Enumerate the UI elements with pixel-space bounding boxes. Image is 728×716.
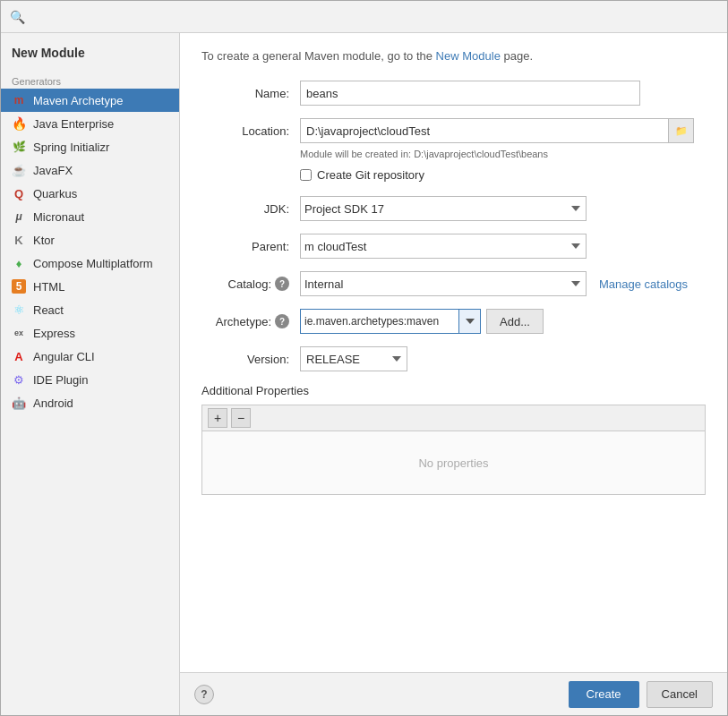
quarkus-icon: Q	[12, 186, 26, 200]
name-label: Name:	[201, 87, 300, 100]
sidebar-item-maven-archetype[interactable]: m Maven Archetype	[1, 89, 179, 112]
html-icon: 5	[12, 279, 26, 294]
location-input-wrap: 📁	[300, 118, 694, 143]
chevron-down-icon	[466, 319, 475, 324]
search-input[interactable]	[30, 10, 210, 23]
catalog-help-icon[interactable]: ?	[275, 277, 289, 291]
add-archetype-button[interactable]: Add...	[486, 309, 544, 334]
sidebar-item-react[interactable]: ⚛ React	[1, 298, 179, 321]
sidebar-item-compose-multiplatform[interactable]: ♦ Compose Multiplatform	[1, 251, 179, 275]
additional-properties-section: Additional Properties + − No properties	[201, 384, 706, 495]
jdk-label: JDK:	[201, 202, 300, 216]
sidebar-item-label: Java Enterprise	[33, 117, 114, 131]
archetype-label: Archetype: ?	[201, 314, 300, 328]
git-checkbox[interactable]	[300, 169, 312, 181]
manage-catalogs-link[interactable]: Manage catalogs	[599, 277, 688, 291]
git-label[interactable]: Create Git repository	[317, 168, 424, 182]
bottom-actions: Create Cancel	[569, 681, 714, 708]
right-panel: To create a general Maven module, go to …	[180, 33, 727, 715]
sidebar-item-label: Angular CLI	[33, 350, 95, 363]
create-button[interactable]: Create	[569, 681, 639, 708]
sidebar-item-label: JavaFX	[33, 164, 73, 177]
javafx-icon: ☕	[12, 163, 26, 177]
jdk-select[interactable]: Project SDK 17	[300, 196, 587, 221]
sidebar-item-quarkus[interactable]: Q Quarkus	[1, 182, 179, 205]
sidebar-item-express[interactable]: ex Express	[1, 321, 179, 345]
java-enterprise-icon: 🔥	[12, 116, 26, 131]
sidebar-item-micronaut[interactable]: μ Micronaut	[1, 205, 179, 228]
sidebar-item-label: Compose Multiplatform	[33, 257, 153, 270]
compose-icon: ♦	[12, 256, 26, 270]
spring-icon: 🌿	[12, 140, 26, 154]
new-module-link[interactable]: New Module	[436, 49, 501, 63]
sidebar-item-android[interactable]: 🤖 Android	[1, 391, 179, 414]
sidebar-item-html[interactable]: 5 HTML	[1, 275, 179, 298]
add-property-button[interactable]: +	[208, 408, 227, 428]
version-select-wrap: RELEASE	[300, 346, 407, 371]
sidebar-item-label: Quarkus	[33, 187, 77, 200]
parent-select[interactable]: m cloudTest	[300, 234, 587, 259]
browse-button[interactable]: 📁	[669, 118, 694, 143]
location-row: Location: 📁	[201, 118, 706, 143]
sidebar: New Module Generators m Maven Archetype …	[1, 33, 180, 715]
ktor-icon: K	[12, 233, 26, 247]
jdk-row: JDK: Project SDK 17	[201, 196, 706, 221]
cancel-button[interactable]: Cancel	[647, 681, 713, 708]
version-select[interactable]: RELEASE	[300, 346, 407, 371]
maven-icon: m	[12, 93, 26, 107]
help-button[interactable]: ?	[194, 685, 214, 704]
sidebar-item-label: HTML	[33, 280, 64, 294]
sidebar-item-java-enterprise[interactable]: 🔥 Java Enterprise	[1, 112, 179, 135]
module-hint: Module will be created in: D:\javaprojec…	[300, 149, 706, 159]
properties-table: + − No properties	[201, 405, 706, 495]
main-content: New Module Generators m Maven Archetype …	[1, 33, 727, 715]
sidebar-item-label: Spring Initializr	[33, 141, 109, 154]
bottom-bar: ? Create Cancel	[180, 672, 727, 715]
sidebar-item-label: IDE Plugin	[33, 373, 88, 387]
sidebar-item-label: Android	[33, 396, 73, 410]
archetype-input[interactable]	[300, 309, 459, 334]
generators-label: Generators	[1, 67, 179, 89]
name-input[interactable]	[300, 81, 640, 106]
sidebar-item-javafx[interactable]: ☕ JavaFX	[1, 158, 179, 182]
properties-toolbar: + −	[202, 405, 705, 431]
search-icon: 🔍	[10, 10, 25, 24]
archetype-combo	[300, 309, 481, 334]
express-icon: ex	[12, 326, 26, 340]
micronaut-icon: μ	[12, 209, 26, 224]
react-icon: ⚛	[12, 303, 26, 317]
catalog-row: Catalog: ? Internal Manage catalogs	[201, 271, 706, 296]
sidebar-item-label: Micronaut	[33, 210, 84, 224]
no-properties-label: No properties	[202, 431, 705, 494]
remove-property-button[interactable]: −	[231, 408, 251, 428]
android-icon: 🤖	[12, 396, 26, 410]
archetype-input-row: Add...	[300, 309, 544, 334]
search-bar: 🔍	[1, 1, 727, 33]
parent-row: Parent: m cloudTest	[201, 234, 706, 259]
sidebar-item-label: Express	[33, 327, 75, 340]
sidebar-item-label: Ktor	[33, 234, 55, 247]
sidebar-item-ide-plugin[interactable]: ⚙ IDE Plugin	[1, 368, 179, 391]
name-row: Name:	[201, 81, 706, 106]
archetype-dropdown-button[interactable]	[459, 309, 481, 334]
new-module-title: New Module	[1, 37, 179, 67]
catalog-select-wrap: Internal Manage catalogs	[300, 271, 694, 296]
sidebar-item-angular-cli[interactable]: A Angular CLI	[1, 345, 179, 368]
sidebar-item-label: React	[33, 303, 64, 317]
parent-select-wrap: m cloudTest	[300, 234, 694, 259]
sidebar-item-spring-initializr[interactable]: 🌿 Spring Initializr	[1, 135, 179, 158]
angular-icon: A	[12, 349, 26, 363]
archetype-row: Archetype: ? Add...	[201, 309, 706, 334]
parent-label: Parent:	[201, 240, 300, 253]
catalog-select[interactable]: Internal	[300, 271, 587, 296]
version-label: Version:	[201, 353, 300, 366]
folder-icon: 📁	[675, 125, 688, 137]
sidebar-item-label: Maven Archetype	[33, 94, 123, 107]
archetype-help-icon[interactable]: ?	[275, 314, 289, 328]
additional-props-title: Additional Properties	[201, 384, 706, 397]
sidebar-item-ktor[interactable]: K Ktor	[1, 228, 179, 251]
location-input[interactable]	[300, 118, 669, 143]
new-module-dialog: 🔍 New Module Generators m Maven Archetyp…	[0, 0, 728, 716]
git-row: Create Git repository	[300, 168, 706, 182]
ide-plugin-icon: ⚙	[12, 372, 26, 387]
